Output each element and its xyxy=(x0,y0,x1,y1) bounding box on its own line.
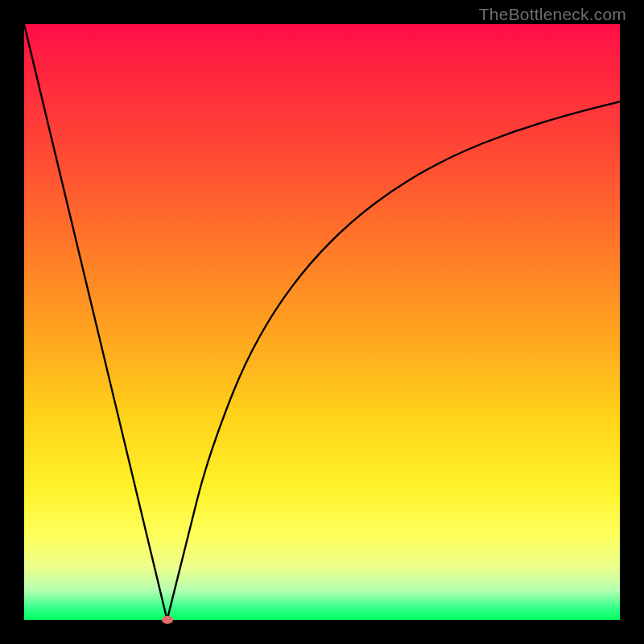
plot-area xyxy=(24,24,620,620)
bottleneck-curve xyxy=(24,24,620,620)
chart-frame: TheBottleneck.com xyxy=(0,0,644,644)
min-marker xyxy=(162,616,173,624)
watermark-text: TheBottleneck.com xyxy=(479,5,626,24)
curve-svg xyxy=(24,24,620,620)
